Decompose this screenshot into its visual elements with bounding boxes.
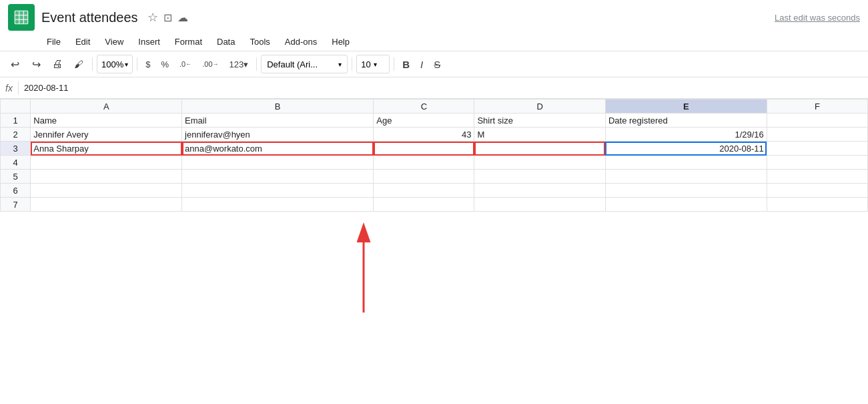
col-header-b[interactable]: B	[182, 99, 374, 114]
menu-data[interactable]: Data	[210, 35, 242, 49]
paint-format-button[interactable]: 🖌	[69, 55, 88, 73]
cell-e4[interactable]	[605, 156, 767, 170]
row-header-7[interactable]: 7	[1, 198, 31, 212]
document-title[interactable]: Event attendees	[41, 10, 138, 25]
cell-c4[interactable]	[374, 156, 474, 170]
star-icon[interactable]: ☆	[147, 10, 158, 25]
strikethrough-button[interactable]: S	[430, 55, 444, 73]
cell-e1[interactable]: Date registered	[605, 114, 767, 128]
percent-button[interactable]: %	[157, 55, 173, 73]
menu-view[interactable]: View	[98, 35, 130, 49]
cell-f7[interactable]	[767, 198, 867, 212]
cell-f1[interactable]	[767, 114, 867, 128]
cell-e3[interactable]: 2020-08-11	[605, 142, 767, 156]
cell-c6[interactable]	[374, 184, 474, 198]
cell-c5[interactable]	[374, 170, 474, 184]
col-header-d[interactable]: D	[474, 99, 606, 114]
cell-d2[interactable]: M	[474, 128, 606, 142]
font-size-value: 10	[361, 59, 370, 69]
col-header-f[interactable]: F	[767, 99, 867, 114]
bold-button[interactable]: B	[398, 55, 414, 73]
table-row: 6	[1, 184, 868, 198]
menu-insert[interactable]: Insert	[131, 35, 167, 49]
menu-edit[interactable]: Edit	[69, 35, 97, 49]
move-icon[interactable]: ⊡	[163, 11, 172, 24]
cell-b2[interactable]: jenniferav@hyen	[182, 128, 374, 142]
cell-b1[interactable]: Email	[182, 114, 374, 128]
print-button[interactable]: 🖨	[48, 55, 67, 73]
cell-b6[interactable]	[182, 184, 374, 198]
separator-2	[137, 57, 137, 71]
cell-a5[interactable]	[31, 170, 182, 184]
title-icons: ☆ ⊡ ☁	[147, 10, 188, 25]
cell-e6[interactable]	[605, 184, 767, 198]
menu-addons[interactable]: Add-ons	[278, 35, 324, 49]
cell-a4[interactable]	[31, 156, 182, 170]
app-logo	[8, 4, 35, 31]
menu-tools[interactable]: Tools	[243, 35, 276, 49]
separator-4	[352, 57, 352, 71]
menu-file[interactable]: File	[40, 35, 67, 49]
cell-a6[interactable]	[31, 184, 182, 198]
row-header-4[interactable]: 4	[1, 156, 31, 170]
cell-d6[interactable]	[474, 184, 606, 198]
increase-decimal-button[interactable]: .00→	[198, 55, 222, 73]
cell-c2[interactable]: 43	[374, 128, 474, 142]
zoom-selector[interactable]: 100% ▾	[97, 55, 133, 73]
table-row: 2 Jennifer Avery jenniferav@hyen 43 M 1/…	[1, 128, 868, 142]
cell-b4[interactable]	[182, 156, 374, 170]
menu-format[interactable]: Format	[168, 35, 209, 49]
cell-e7[interactable]	[605, 198, 767, 212]
corner-cell	[1, 99, 31, 114]
row-header-5[interactable]: 5	[1, 170, 31, 184]
col-header-c[interactable]: C	[374, 99, 474, 114]
cell-a3[interactable]: Anna Sharpay	[31, 142, 182, 156]
cell-d5[interactable]	[474, 170, 606, 184]
cell-a2[interactable]: Jennifer Avery	[31, 128, 182, 142]
row-header-2[interactable]: 2	[1, 128, 31, 142]
cell-f2[interactable]	[767, 128, 867, 142]
cell-f5[interactable]	[767, 170, 867, 184]
row-header-3[interactable]: 3	[1, 142, 31, 156]
cell-c7[interactable]	[374, 198, 474, 212]
format-number-button[interactable]: 123▾	[226, 55, 253, 73]
col-header-a[interactable]: A	[31, 99, 182, 114]
cell-d7[interactable]	[474, 198, 606, 212]
last-edit-status[interactable]: Last edit was seconds	[775, 13, 860, 23]
formula-input[interactable]: 2020-08-11	[24, 83, 863, 93]
col-header-e[interactable]: E	[605, 99, 767, 114]
cell-f6[interactable]	[767, 184, 867, 198]
cell-b5[interactable]	[182, 170, 374, 184]
cell-d1[interactable]: Shirt size	[474, 114, 606, 128]
row-header-6[interactable]: 6	[1, 184, 31, 198]
cell-d3[interactable]	[474, 142, 606, 156]
row-header-1[interactable]: 1	[1, 114, 31, 128]
menu-help[interactable]: Help	[325, 35, 356, 49]
formula-divider	[18, 81, 19, 95]
cell-f4[interactable]	[767, 156, 867, 170]
font-dropdown-icon: ▾	[338, 61, 342, 68]
cell-b3[interactable]: anna@workato.com	[182, 142, 374, 156]
decrease-decimal-button[interactable]: .0←	[175, 55, 195, 73]
separator-1	[92, 57, 93, 71]
cell-c1[interactable]: Age	[374, 114, 474, 128]
cell-f3[interactable]	[767, 142, 867, 156]
spreadsheet-area: A B C D E F 1 Name Email Age Shirt size …	[0, 99, 868, 212]
cell-a1[interactable]: Name	[31, 114, 182, 128]
zoom-value: 100%	[101, 59, 123, 69]
font-size-selector[interactable]: 10 ▾	[356, 55, 390, 73]
cell-c3[interactable]	[374, 142, 474, 156]
cell-e5[interactable]	[605, 170, 767, 184]
cell-e2[interactable]: 1/29/16	[605, 128, 767, 142]
cell-b7[interactable]	[182, 198, 374, 212]
spreadsheet-table: A B C D E F 1 Name Email Age Shirt size …	[0, 99, 868, 212]
menu-bar: File Edit View Insert Format Data Tools …	[0, 32, 868, 51]
undo-button[interactable]: ↩	[5, 55, 24, 73]
cell-a7[interactable]	[31, 198, 182, 212]
font-selector[interactable]: Default (Ari... ▾	[261, 55, 348, 73]
currency-button[interactable]: $	[141, 55, 154, 73]
redo-button[interactable]: ↪	[27, 55, 45, 73]
table-row: 1 Name Email Age Shirt size Date registe…	[1, 114, 868, 128]
italic-button[interactable]: I	[416, 55, 427, 73]
cell-d4[interactable]	[474, 156, 606, 170]
